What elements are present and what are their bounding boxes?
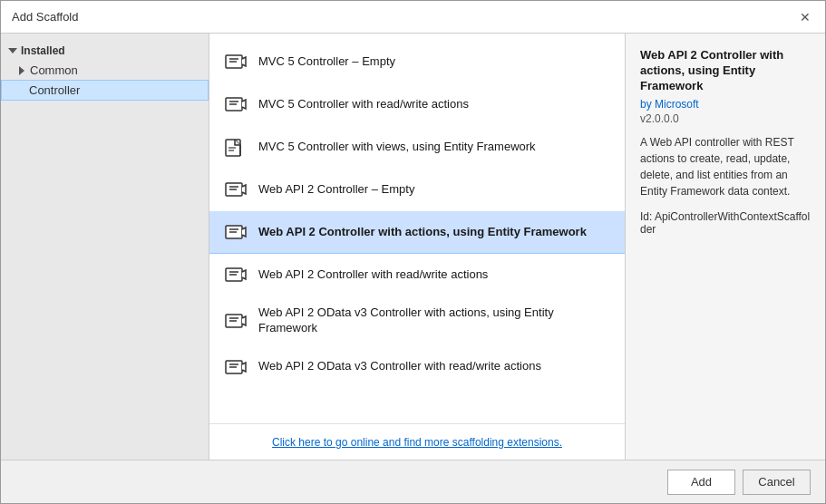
controller-icon-3 <box>224 135 248 159</box>
online-link-section: Click here to go online and find more sc… <box>209 423 625 460</box>
scaffold-label-8: Web API 2 OData v3 Controller with read/… <box>258 359 541 374</box>
scaffold-item-6[interactable]: Web API 2 Controller with read/write act… <box>209 254 625 296</box>
add-button[interactable]: Add <box>667 470 735 495</box>
scaffold-label-5: Web API 2 Controller with actions, using… <box>258 225 587 240</box>
scaffold-item-4[interactable]: Web API 2 Controller – Empty <box>209 169 625 211</box>
installed-header: Installed <box>1 41 209 61</box>
scaffold-item-7[interactable]: Web API 2 OData v3 Controller with actio… <box>209 296 625 346</box>
content-area: Installed Common Controller <box>1 34 825 460</box>
detail-title: Web API 2 Controller with actions, using… <box>640 48 811 94</box>
tree-item-common[interactable]: Common <box>1 61 209 80</box>
scaffold-item-2[interactable]: MVC 5 Controller with read/write actions <box>209 83 625 126</box>
tree-item-controller[interactable]: Controller <box>1 80 209 101</box>
scaffold-label-1: MVC 5 Controller – Empty <box>258 54 395 70</box>
controller-icon-4 <box>224 178 248 201</box>
collapse-icon <box>8 48 17 53</box>
scaffold-item-3[interactable]: MVC 5 Controller with views, using Entit… <box>209 126 625 169</box>
controller-icon-8 <box>224 355 248 379</box>
controller-icon-7 <box>224 309 248 333</box>
scaffold-label-6: Web API 2 Controller with read/write act… <box>258 267 488 283</box>
expand-icon <box>19 66 24 75</box>
add-scaffold-dialog: Add Scaffold ✕ Installed Common Controll… <box>0 0 826 504</box>
controller-label: Controller <box>29 83 80 97</box>
scaffold-label-3: MVC 5 Controller with views, using Entit… <box>258 140 536 155</box>
scaffold-label-2: MVC 5 Controller with read/write actions <box>258 97 469 112</box>
cancel-button[interactable]: Cancel <box>743 470 811 495</box>
detail-author: by Microsoft <box>640 98 811 111</box>
common-label: Common <box>30 63 78 77</box>
controller-icon-5 <box>224 220 248 244</box>
scaffold-label-4: Web API 2 Controller – Empty <box>258 182 414 198</box>
detail-id: Id: ApiControllerWithContextScaffolder <box>640 210 811 236</box>
controller-icon-2 <box>224 92 248 116</box>
left-panel: Installed Common Controller <box>1 34 209 460</box>
right-panel: Web API 2 Controller with actions, using… <box>626 34 825 460</box>
scaffold-item-8[interactable]: Web API 2 OData v3 Controller with read/… <box>209 346 625 389</box>
middle-panel: MVC 5 Controller – Empty MVC 5 Controlle… <box>209 34 626 460</box>
detail-description: A Web API controller with REST actions t… <box>640 134 811 199</box>
controller-icon-6 <box>224 263 248 286</box>
scaffold-item-5[interactable]: Web API 2 Controller with actions, using… <box>209 211 625 254</box>
scaffold-item-1[interactable]: MVC 5 Controller – Empty <box>209 41 625 83</box>
detail-version: v2.0.0.0 <box>640 112 811 125</box>
scaffold-list: MVC 5 Controller – Empty MVC 5 Controlle… <box>209 34 625 423</box>
footer: Add Cancel <box>1 460 825 503</box>
online-link[interactable]: Click here to go online and find more sc… <box>272 436 562 449</box>
controller-icon-1 <box>224 50 248 73</box>
installed-label: Installed <box>21 44 65 57</box>
scaffold-label-7: Web API 2 OData v3 Controller with actio… <box>258 305 610 336</box>
close-button[interactable]: ✕ <box>796 8 814 26</box>
title-bar: Add Scaffold ✕ <box>1 1 825 34</box>
dialog-title: Add Scaffold <box>12 10 78 24</box>
